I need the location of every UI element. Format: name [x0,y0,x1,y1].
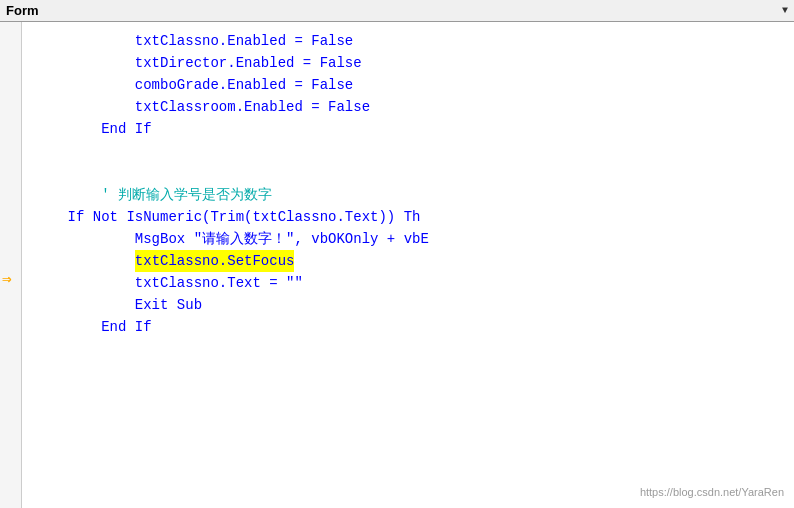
code-text [34,250,135,272]
code-line-empty [34,162,786,184]
code-text: Exit Sub [34,294,202,316]
code-line: End If [34,118,786,140]
code-text: If Not IsNumeric(Trim(txtClassno.Text)) … [34,206,420,228]
code-line: comboGrade.Enabled = False [34,74,786,96]
code-line: txtClassno.Text = "" [34,272,786,294]
arrow-indicator-icon: ⇒ [2,269,12,289]
gutter: ⇒ [0,22,22,508]
title-bar: Form ▼ [0,0,794,22]
code-line: If Not IsNumeric(Trim(txtClassno.Text)) … [34,206,786,228]
code-text: txtClassroom.Enabled = False [34,96,370,118]
code-line: txtClassno.SetFocus [34,250,786,272]
code-text: End If [34,316,152,338]
code-line: MsgBox "请输入数字！", vbOKOnly + vbE [34,228,786,250]
code-line: ' 判断输入学号是否为数字 [34,184,786,206]
dropdown-arrow-icon[interactable]: ▼ [782,5,788,16]
editor-container: ⇒ txtClassno.Enabled = False txtDirector… [0,22,794,508]
code-line: Exit Sub [34,294,786,316]
code-line: End If [34,316,786,338]
code-text: comboGrade.Enabled = False [34,74,353,96]
code-line: txtDirector.Enabled = False [34,52,786,74]
highlighted-code: txtClassno.SetFocus [135,250,295,272]
watermark: https://blog.csdn.net/YaraRen [640,486,784,498]
title-text: Form [6,3,39,18]
code-text: End If [34,118,152,140]
code-text: MsgBox "请输入数字！", vbOKOnly + vbE [34,228,429,250]
code-line: txtClassno.Enabled = False [34,30,786,52]
code-line: txtClassroom.Enabled = False [34,96,786,118]
code-comment: ' 判断输入学号是否为数字 [34,184,272,206]
code-area[interactable]: txtClassno.Enabled = False txtDirector.E… [22,22,794,508]
code-text: txtClassno.Text = "" [34,272,303,294]
code-line-empty [34,140,786,162]
code-text: txtClassno.Enabled = False [34,30,353,52]
code-text: txtDirector.Enabled = False [34,52,362,74]
